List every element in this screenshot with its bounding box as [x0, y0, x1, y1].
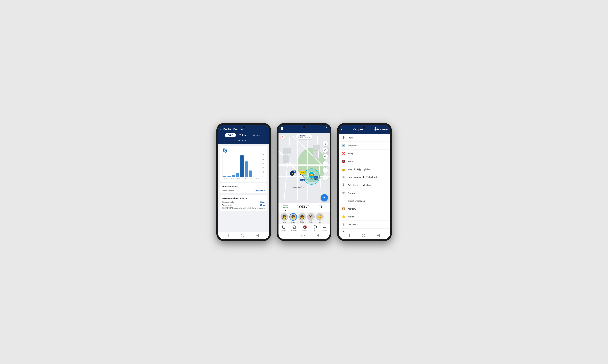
aktywnosc-icon: 🕐 [342, 144, 345, 147]
znajdz-label: Znajdź urządzenie [348, 200, 365, 202]
camera-cutout [243, 126, 245, 128]
more-action[interactable]: ••• Więcej [322, 225, 327, 231]
menu-item-profil[interactable]: 👤 Profil [339, 134, 390, 142]
next-date-button[interactable]: › [252, 139, 253, 142]
bar-7 [249, 170, 252, 177]
nav-recent-apps[interactable] [228, 234, 229, 237]
ania-avatar: 👧 [280, 213, 288, 221]
avatar-tofik[interactable]: 🐕 Tofik [307, 213, 315, 223]
harmonogram-icon: ⊞ [342, 175, 345, 179]
wycisz-label: Wycisz [348, 160, 355, 163]
call-action[interactable]: 📞 Połącz [281, 225, 286, 231]
eye-button[interactable]: 👁 [323, 154, 328, 159]
menu-item-ustawienia[interactable]: ⚙ Ustawienia [339, 221, 390, 229]
avatar-maja[interactable]: 👧 Maja [298, 213, 306, 223]
pedometer-settings-card: Ustawienia krokomierza Długość kroku 40 … [220, 195, 267, 211]
menu-item-znajdz[interactable]: ⊙ Znajdź urządzenie [339, 197, 390, 205]
layers-button[interactable]: ⬡ [323, 147, 328, 153]
phone-menu: ‹ Kacper CALMEAN 👤 Profil 🕐 Aktywno [337, 123, 392, 241]
menu-item-ustawienia-sim[interactable]: 📱 Ustawienia SIM [339, 229, 390, 232]
user-title: Kacper [353, 128, 363, 131]
stride-row: Długość kroku 40 cm [223, 201, 265, 203]
zoom-out-button[interactable]: − [323, 168, 328, 173]
tofik-status-dot [312, 218, 314, 220]
pedometer-note: KROKOMIERZ to szacunkowe określenie, ile… [223, 207, 265, 209]
zoom-in-button[interactable]: + [323, 161, 328, 167]
kontakty-icon: 📋 [342, 207, 345, 211]
svg-text:12:34: 12:34 [314, 177, 317, 178]
menu-item-cele-kroki[interactable]: 🚶 Cele dzienne dla kroków [339, 181, 390, 189]
calmean-circle-icon [374, 127, 378, 131]
stats-bar: KROKI 100% 0 DYSTANS PIESZO 0.00 km KALO… [278, 203, 330, 212]
stat-calories: KALORIE 0 [319, 205, 325, 211]
tab-month[interactable]: Miesiąc [250, 133, 262, 137]
ania-status-dot [286, 218, 287, 220]
nav-back[interactable] [256, 234, 259, 237]
strefy-label: Strefy [348, 152, 353, 155]
map-svg: 637 MURANÓW 12:44 12:38 12:34 [278, 133, 330, 203]
bar-5-highlight [240, 155, 244, 177]
expand-button[interactable]: ⛶ [324, 127, 327, 130]
nav-home[interactable] [362, 234, 365, 237]
more-label: Więcej [322, 230, 327, 231]
listen-action[interactable]: 🎧 Nasłuch [291, 225, 297, 231]
nav-recent-apps[interactable] [289, 234, 290, 237]
map-view[interactable]: 637 MURANÓW 12:44 12:38 12:34 [278, 133, 330, 203]
avatar-jas[interactable]: 👶 Jas [316, 213, 324, 223]
svg-line-6 [284, 136, 290, 199]
chat-action[interactable]: 💬 Chat [313, 225, 317, 231]
system-nav-bar [218, 232, 269, 239]
ustawienia-icon: ⚙ [342, 223, 345, 226]
nav-back[interactable] [377, 234, 380, 237]
chat-label: Chat [313, 230, 317, 231]
tab-week[interactable]: Tydzień [237, 133, 249, 137]
chart-y-axis: 1000 800 600 400 200 0 [262, 154, 265, 177]
menu-item-strefy[interactable]: 🎯 Strefy [339, 150, 390, 157]
back-button[interactable]: ‹ [220, 128, 222, 131]
chart-bars [223, 154, 261, 177]
menu-item-harmonogram[interactable]: ⊞ Harmonogram dla "Trybu lekcji" [339, 173, 390, 181]
jas-name: Jas [318, 221, 321, 223]
mute-action[interactable]: 🔇 Wycisz [303, 225, 307, 231]
back-button[interactable]: ‹ [341, 128, 342, 131]
tryb-lekcji-label: Włącz funkcję "Tryb lekcji" [348, 168, 373, 170]
jas-status-dot [321, 218, 323, 220]
maja-status-dot [304, 218, 305, 220]
bar-2 [227, 176, 231, 177]
menu-item-alarmy[interactable]: 🔔 Alarmy [339, 213, 390, 221]
avatar-ania[interactable]: 👧 Ania [280, 213, 288, 223]
svg-rect-13 [283, 148, 291, 154]
menu-item-aktywnosc[interactable]: 🕐 Aktywność [339, 142, 390, 150]
kacper-status-dot [294, 218, 296, 220]
svg-rect-14 [283, 155, 289, 163]
prev-date-button[interactable]: ‹ [234, 139, 235, 142]
tab-day[interactable]: Dzień [225, 133, 236, 137]
profil-label: Profil [348, 136, 353, 139]
stat-distance: DYSTANS PIESZO 0.00 km [297, 205, 309, 211]
child-avatars: 👧 Ania 👦 110 Kacper 👧 Maja [278, 212, 330, 224]
menu-item-tryb-lekcji[interactable]: 🔒 Włącz funkcję "Tryb lekcji" [339, 165, 390, 173]
jas-avatar: 👶 [316, 213, 324, 221]
nav-home[interactable] [302, 234, 305, 237]
locate-button[interactable]: ✦ [321, 194, 328, 201]
info-button[interactable]: i [323, 175, 328, 181]
svg-rect-23 [313, 176, 318, 179]
menu-item-kontakty[interactable]: 📋 Kontakty [339, 205, 390, 213]
menu-button[interactable]: ☰ [281, 127, 284, 130]
svg-text:637: 637 [301, 172, 304, 173]
menu-item-zdrowie[interactable]: ❤ Zdrowie [339, 189, 390, 197]
map-header: ☰ ⛶ [278, 125, 330, 133]
track-button[interactable]: ▲ [323, 141, 328, 146]
nav-home[interactable] [241, 234, 244, 237]
nav-back[interactable] [317, 234, 319, 237]
svg-text:06:00–22:00: 06:00–22:00 [310, 179, 318, 181]
compass-button[interactable]: ▲ [280, 135, 285, 139]
steps-chart-card: 👣 1000 800 600 400 200 0 [220, 146, 267, 182]
svg-point-31 [375, 129, 376, 130]
calmean-logo: CALMEAN [374, 127, 388, 131]
avatar-kacper[interactable]: 👦 110 Kacper [290, 213, 297, 223]
nav-recent-apps[interactable] [349, 234, 350, 237]
bar-4 [236, 173, 239, 177]
svg-text:🔒: 🔒 [291, 172, 293, 175]
menu-item-wycisz[interactable]: 🔇 Wycisz [339, 157, 390, 165]
